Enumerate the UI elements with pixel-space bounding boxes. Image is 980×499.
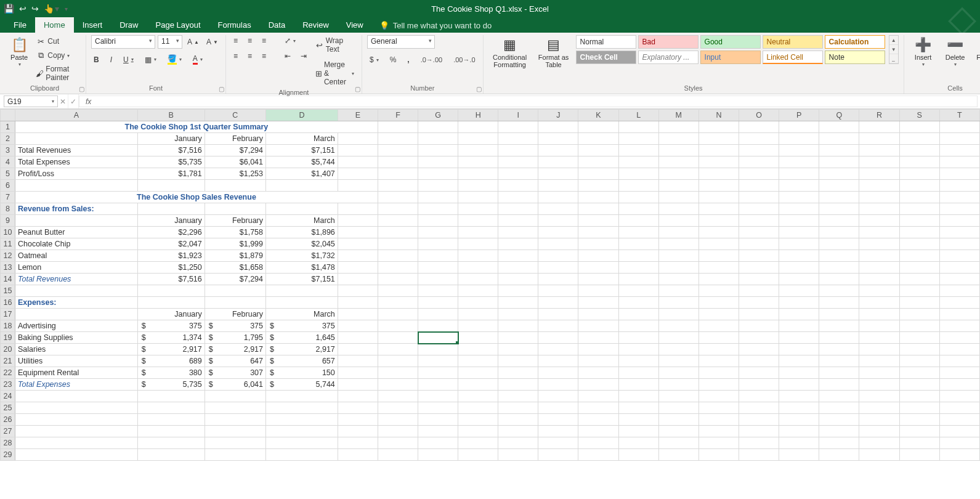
cell-P19[interactable] xyxy=(779,332,819,344)
cell-J26[interactable] xyxy=(538,414,578,426)
row-header-12[interactable]: 12 xyxy=(1,250,15,262)
cell-S22[interactable] xyxy=(899,367,939,379)
cell-G8[interactable] xyxy=(418,203,458,215)
insert-cells-button[interactable]: ➕Insert▾ xyxy=(909,35,937,70)
cell-A23[interactable]: Total Expenses xyxy=(15,379,137,391)
cell-L12[interactable] xyxy=(618,250,658,262)
cell-O21[interactable] xyxy=(739,355,779,367)
col-header-P[interactable]: P xyxy=(779,110,819,121)
cell-P9[interactable] xyxy=(779,215,819,227)
cell-J21[interactable] xyxy=(538,355,578,367)
cell-S8[interactable] xyxy=(899,203,939,215)
cell-P6[interactable] xyxy=(779,180,819,192)
cell-K24[interactable] xyxy=(578,391,618,402)
cell-P14[interactable] xyxy=(779,274,819,285)
cell-J11[interactable] xyxy=(538,238,578,250)
cell-R21[interactable] xyxy=(859,355,899,367)
cell-I17[interactable] xyxy=(498,309,538,320)
cell-Q26[interactable] xyxy=(819,414,859,426)
cell-I24[interactable] xyxy=(498,391,538,402)
cell-A16[interactable]: Expenses: xyxy=(15,297,137,309)
cell-J29[interactable] xyxy=(538,449,578,461)
cell-S12[interactable] xyxy=(899,250,939,262)
cell-D8[interactable] xyxy=(266,203,338,215)
cell-L21[interactable] xyxy=(618,355,658,367)
cell-O4[interactable] xyxy=(739,156,779,168)
cell-A18[interactable]: Advertising xyxy=(15,320,137,332)
align-center-button[interactable]: ≡ xyxy=(245,51,254,62)
cell-G5[interactable] xyxy=(418,168,458,180)
cell-S15[interactable] xyxy=(899,285,939,297)
cell-D23[interactable]: $5,744 xyxy=(266,379,338,391)
cell-A25[interactable] xyxy=(15,402,137,414)
accounting-format-button[interactable]: $▾ xyxy=(367,54,381,65)
cell-O9[interactable] xyxy=(739,215,779,227)
cell-I16[interactable] xyxy=(498,297,538,309)
cell-M9[interactable] xyxy=(658,215,699,227)
cell-Q1[interactable] xyxy=(819,121,859,133)
cell-L27[interactable] xyxy=(618,426,658,437)
cell-T2[interactable] xyxy=(939,133,979,145)
cell-K3[interactable] xyxy=(578,145,618,156)
cell-F26[interactable] xyxy=(378,414,418,426)
cell-F1[interactable] xyxy=(378,121,418,133)
cell-F23[interactable] xyxy=(378,379,418,391)
cell-R13[interactable] xyxy=(859,262,899,274)
cell-Q23[interactable] xyxy=(819,379,859,391)
cell-B18[interactable]: $375 xyxy=(137,320,205,332)
cell-E10[interactable] xyxy=(338,227,378,238)
cell-D18[interactable]: $375 xyxy=(266,320,338,332)
cell-L23[interactable] xyxy=(618,379,658,391)
cell-R27[interactable] xyxy=(859,426,899,437)
cell-B29[interactable] xyxy=(137,449,205,461)
cell-Q16[interactable] xyxy=(819,297,859,309)
cell-M27[interactable] xyxy=(658,426,699,437)
cell-F15[interactable] xyxy=(378,285,418,297)
cell-S18[interactable] xyxy=(899,320,939,332)
cell-M18[interactable] xyxy=(658,320,699,332)
cell-L20[interactable] xyxy=(618,344,658,355)
scroll-down-icon[interactable]: ▼ xyxy=(889,45,898,54)
cell-J12[interactable] xyxy=(538,250,578,262)
cell-G2[interactable] xyxy=(418,133,458,145)
cell-D13[interactable]: $1,478 xyxy=(266,262,338,274)
cell-E22[interactable] xyxy=(338,367,378,379)
percent-format-button[interactable]: % xyxy=(387,54,399,65)
row-header-19[interactable]: 19 xyxy=(1,332,15,344)
cell-T13[interactable] xyxy=(939,262,979,274)
cell-N27[interactable] xyxy=(699,426,739,437)
cell-I1[interactable] xyxy=(498,121,538,133)
cell-I12[interactable] xyxy=(498,250,538,262)
cell-J15[interactable] xyxy=(538,285,578,297)
cell-P7[interactable] xyxy=(779,192,819,203)
cell-C8[interactable] xyxy=(205,203,265,215)
cell-H25[interactable] xyxy=(458,402,498,414)
row-header-13[interactable]: 13 xyxy=(1,262,15,274)
cell-A2[interactable] xyxy=(15,133,137,145)
cell-S29[interactable] xyxy=(899,449,939,461)
cell-G29[interactable] xyxy=(418,449,458,461)
cell-S25[interactable] xyxy=(899,402,939,414)
col-header-I[interactable]: I xyxy=(498,110,538,121)
cell-G6[interactable] xyxy=(418,180,458,192)
cell-D27[interactable] xyxy=(266,426,338,437)
row-header-11[interactable]: 11 xyxy=(1,238,15,250)
cell-I15[interactable] xyxy=(498,285,538,297)
cell-K13[interactable] xyxy=(578,262,618,274)
cell-R18[interactable] xyxy=(859,320,899,332)
cell-O17[interactable] xyxy=(739,309,779,320)
cell-D3[interactable]: $7,151 xyxy=(266,145,338,156)
row-header-25[interactable]: 25 xyxy=(1,402,15,414)
cell-Q22[interactable] xyxy=(819,367,859,379)
cell-T10[interactable] xyxy=(939,227,979,238)
cell-C14[interactable]: $7,294 xyxy=(205,274,265,285)
cell-C25[interactable] xyxy=(205,402,265,414)
cell-D17[interactable]: March xyxy=(266,309,338,320)
col-header-T[interactable]: T xyxy=(939,110,979,121)
tab-page-layout[interactable]: Page Layout xyxy=(147,17,209,33)
cell-C20[interactable]: $2,917 xyxy=(205,344,265,355)
cell-K7[interactable] xyxy=(578,192,618,203)
cell-N11[interactable] xyxy=(699,238,739,250)
cell-C10[interactable]: $1,758 xyxy=(205,227,265,238)
formula-bar[interactable]: fx xyxy=(79,95,978,107)
